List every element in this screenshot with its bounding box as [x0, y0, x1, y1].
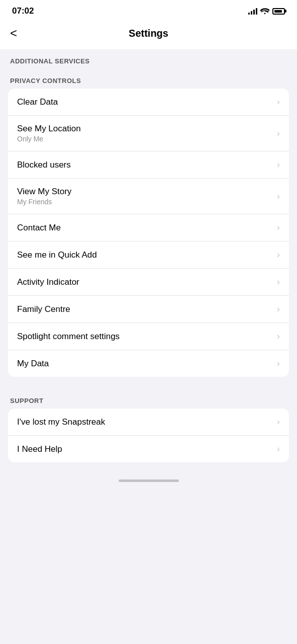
chevron-icon: ›	[277, 191, 280, 202]
status-bar: 07:02	[0, 0, 297, 20]
home-bar	[119, 479, 179, 482]
header: < Settings	[0, 20, 297, 49]
list-item-see-my-location[interactable]: See My Location Only Me ›	[8, 116, 289, 151]
contact-me-title: Contact Me	[17, 223, 61, 233]
chevron-icon: ›	[277, 331, 280, 342]
chevron-icon: ›	[277, 358, 280, 369]
see-my-location-subtitle: Only Me	[17, 135, 81, 143]
list-item-family-centre[interactable]: Family Centre ›	[8, 296, 289, 323]
list-item-activity-indicator[interactable]: Activity Indicator ›	[8, 269, 289, 296]
view-my-story-title: View My Story	[17, 187, 71, 197]
list-item-my-data[interactable]: My Data ›	[8, 350, 289, 377]
chevron-icon: ›	[277, 222, 280, 233]
list-item-see-quick-add[interactable]: See me in Quick Add ›	[8, 242, 289, 269]
list-item-contact-me[interactable]: Contact Me ›	[8, 214, 289, 242]
family-centre-title: Family Centre	[17, 304, 70, 314]
my-data-title: My Data	[17, 359, 49, 369]
page-title: Settings	[129, 28, 168, 39]
spotlight-comment-title: Spotlight comment settings	[17, 332, 120, 342]
snapstreak-title: I've lost my Snapstreak	[17, 417, 105, 427]
blocked-users-title: Blocked users	[17, 160, 71, 170]
chevron-icon: ›	[277, 250, 280, 260]
clear-data-title: Clear Data	[17, 97, 58, 107]
status-icons	[248, 7, 285, 16]
see-quick-add-title: See me in Quick Add	[17, 250, 97, 260]
list-item-spotlight-comment[interactable]: Spotlight comment settings ›	[8, 323, 289, 350]
signal-icon	[248, 8, 257, 15]
chevron-icon: ›	[277, 304, 280, 314]
home-indicator	[0, 474, 297, 486]
list-item-need-help[interactable]: I Need Help ›	[8, 436, 289, 462]
view-my-story-subtitle: My Friends	[17, 198, 71, 206]
section-label-privacy-controls: PRIVACY CONTROLS	[0, 69, 297, 89]
back-button[interactable]: <	[10, 25, 21, 41]
chevron-icon: ›	[277, 159, 280, 170]
chevron-icon: ›	[277, 444, 280, 454]
list-item-blocked-users[interactable]: Blocked users ›	[8, 151, 289, 179]
list-item-snapstreak[interactable]: I've lost my Snapstreak ›	[8, 409, 289, 436]
see-my-location-title: See My Location	[17, 124, 81, 134]
activity-indicator-title: Activity Indicator	[17, 277, 79, 287]
support-card: I've lost my Snapstreak › I Need Help ›	[8, 409, 289, 462]
status-time: 07:02	[12, 6, 34, 16]
chevron-icon: ›	[277, 417, 280, 427]
chevron-icon: ›	[277, 277, 280, 287]
section-label-support: SUPPORT	[0, 389, 297, 409]
chevron-icon: ›	[277, 97, 280, 107]
need-help-title: I Need Help	[17, 444, 62, 454]
list-item-clear-data[interactable]: Clear Data ›	[8, 89, 289, 116]
chevron-icon: ›	[277, 128, 280, 139]
privacy-controls-card: Clear Data › See My Location Only Me › B…	[8, 89, 289, 377]
battery-icon	[272, 8, 285, 15]
wifi-icon	[260, 7, 269, 16]
section-label-additional-services: ADDITIONAL SERVICES	[0, 49, 297, 69]
list-item-view-my-story[interactable]: View My Story My Friends ›	[8, 179, 289, 214]
